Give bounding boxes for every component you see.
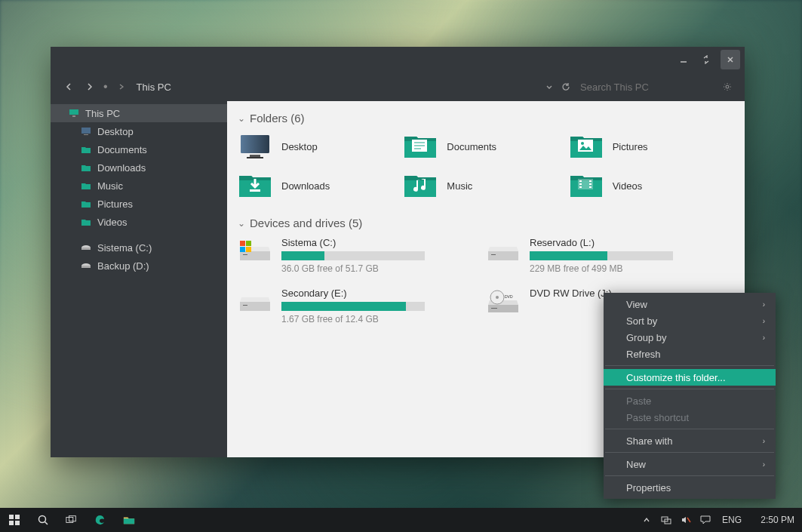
drive-usage-bar — [530, 251, 673, 260]
language-indicator[interactable]: ENG — [717, 515, 746, 525]
breadcrumb[interactable]: This PC — [132, 81, 171, 93]
menu-item-properties[interactable]: Properties — [604, 479, 776, 496]
forward-button[interactable] — [79, 83, 100, 91]
folder-label: Videos — [613, 180, 643, 192]
documents-icon — [403, 132, 438, 161]
sidebar-item-label: Documents — [97, 144, 147, 155]
minimize-button[interactable] — [672, 51, 695, 69]
svg-rect-9 — [81, 248, 91, 250]
folder-videos[interactable]: Videos — [569, 171, 734, 200]
maximize-button[interactable] — [695, 51, 717, 69]
sidebar-item-label: Music — [97, 180, 123, 192]
start-button[interactable] — [0, 508, 29, 532]
sidebar-item-desktop[interactable]: Desktop — [51, 122, 227, 140]
svg-rect-26 — [579, 186, 582, 188]
refresh-button[interactable] — [558, 82, 574, 91]
folder-music[interactable]: Music — [403, 171, 568, 200]
folders-section-title: Folders (6) — [250, 112, 305, 125]
search-button[interactable] — [29, 508, 57, 532]
gear-icon[interactable] — [717, 82, 737, 91]
svg-rect-43 — [9, 521, 14, 525]
svg-rect-35 — [491, 254, 496, 255]
svg-rect-11 — [81, 266, 91, 268]
taskview-button[interactable] — [57, 508, 86, 532]
network-icon[interactable] — [659, 515, 674, 524]
folder-icon — [81, 261, 91, 270]
pictures-icon — [569, 132, 604, 161]
menu-item-label: Paste — [626, 395, 651, 407]
chevron-down-icon: ⌄ — [238, 113, 245, 124]
sidebar-item-pictures[interactable]: Pictures — [51, 195, 227, 213]
drives-section-header[interactable]: ⌄ Devices and drives (5) — [227, 206, 745, 232]
sidebar-item-backup-d-[interactable]: Backup (D:) — [51, 257, 227, 275]
menu-item-new[interactable]: New› — [604, 456, 776, 472]
svg-rect-47 — [66, 517, 73, 522]
folder-label: Downloads — [281, 180, 330, 192]
folder-downloads[interactable]: Downloads — [238, 171, 403, 200]
svg-rect-33 — [240, 247, 245, 252]
sidebar-item-label: Desktop — [97, 126, 134, 137]
sidebar-item-videos[interactable]: Videos — [51, 213, 227, 231]
sidebar-item-this-pc[interactable]: This PC — [51, 104, 227, 122]
menu-separator — [605, 452, 774, 453]
folder-icon — [81, 217, 91, 226]
sidebar-item-downloads[interactable]: Downloads — [51, 158, 227, 177]
action-center-icon[interactable] — [698, 515, 713, 524]
menu-item-label: Group by — [626, 332, 666, 343]
dropdown-icon[interactable] — [541, 83, 558, 91]
submenu-arrow-icon: › — [763, 437, 765, 445]
menu-item-label: Share with — [626, 435, 672, 447]
svg-rect-15 — [247, 157, 263, 158]
menu-item-customize-this-folder[interactable]: Customize this folder... — [604, 369, 776, 386]
svg-rect-39 — [491, 308, 497, 309]
svg-rect-22 — [250, 189, 260, 192]
folder-icon — [81, 163, 91, 172]
sidebar-item-sistema-c-[interactable]: Sistema (C:) — [51, 238, 227, 257]
volume-icon[interactable] — [678, 515, 693, 524]
svg-rect-27 — [589, 180, 592, 182]
drive-free-text: 229 MB free of 499 MB — [530, 263, 711, 274]
sidebar-item-label: Downloads — [97, 162, 146, 174]
hdd-icon — [238, 288, 272, 318]
svg-point-45 — [39, 516, 46, 523]
menu-item-refresh[interactable]: Refresh — [604, 346, 776, 362]
sidebar: This PCDesktopDocumentsDownloadsMusicPic… — [51, 101, 227, 457]
sidebar-item-label: Backup (D:) — [97, 260, 149, 272]
sidebar-item-documents[interactable]: Documents — [51, 140, 227, 158]
drive-item[interactable]: Secondary (E:)1.67 GB free of 12.4 GB — [238, 288, 486, 324]
folder-desktop[interactable]: Desktop — [238, 132, 403, 161]
edge-button[interactable] — [86, 508, 115, 532]
downloads-icon — [238, 171, 272, 200]
folder-icon — [81, 145, 91, 154]
folders-section-header[interactable]: ⌄ Folders (6) — [227, 101, 745, 128]
folder-label: Documents — [447, 141, 496, 152]
folder-icon — [81, 243, 91, 252]
explorer-button[interactable] — [115, 508, 143, 532]
drive-info: Reservado (L:)229 MB free of 499 MB — [530, 237, 734, 274]
menu-item-label: Sort by — [626, 315, 657, 327]
videos-icon — [569, 171, 604, 200]
svg-rect-36 — [243, 305, 247, 306]
drive-item[interactable]: Sistema (C:)36.0 GB free of 51.7 GB — [238, 237, 486, 274]
menu-item-group-by[interactable]: Group by› — [604, 329, 776, 346]
breadcrumb-separator-icon: • — [103, 80, 108, 94]
menu-item-sort-by[interactable]: Sort by› — [604, 312, 776, 329]
menu-item-share-with[interactable]: Share with› — [604, 432, 776, 449]
drive-item[interactable]: Reservado (L:)229 MB free of 499 MB — [486, 237, 734, 274]
folder-documents[interactable]: Documents — [403, 132, 568, 161]
search-input[interactable] — [574, 77, 717, 97]
svg-text:DVD: DVD — [505, 294, 513, 299]
hdd-icon — [486, 237, 521, 267]
clock[interactable]: 2:50 PM — [751, 515, 794, 525]
menu-separator — [605, 429, 774, 429]
menu-item-view[interactable]: View› — [604, 296, 776, 312]
folder-pictures[interactable]: Pictures — [569, 132, 734, 161]
sidebar-item-music[interactable]: Music — [51, 177, 227, 195]
drive-free-text: 1.67 GB free of 12.4 GB — [281, 314, 463, 324]
back-button[interactable] — [58, 83, 79, 91]
close-button[interactable] — [721, 50, 740, 69]
svg-rect-5 — [72, 115, 75, 117]
tray-expand-icon[interactable] — [639, 516, 654, 524]
folder-label: Pictures — [613, 141, 648, 152]
svg-point-38 — [496, 296, 499, 299]
